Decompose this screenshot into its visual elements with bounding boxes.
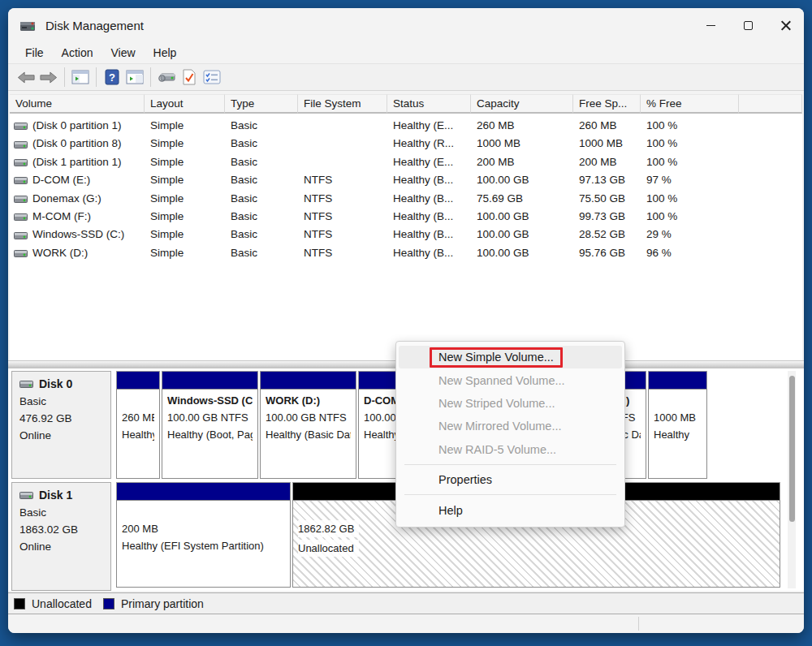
partition-status: Healthy (Boot, Page File, Crash Dump, Pr… — [167, 426, 253, 443]
column-header-layout[interactable]: Layout — [145, 94, 225, 114]
forward-icon — [40, 71, 58, 84]
vertical-scrollbar[interactable] — [788, 371, 796, 588]
table-row[interactable]: Donemax (G:) Simple Basic NTFS Healthy (… — [10, 190, 802, 208]
column-header-pct-free[interactable]: % Free — [641, 94, 739, 114]
menu-separator — [404, 494, 616, 495]
cell-blank — [739, 117, 802, 135]
cell-blank — [739, 208, 802, 226]
menu-item-new-mirrored-volume: New Mirrored Volume... — [399, 415, 622, 437]
cell-pct-free: 29 % — [641, 226, 739, 243]
close-button[interactable] — [767, 8, 804, 42]
table-row[interactable]: (Disk 0 partition 1) Simple Basic Health… — [10, 117, 802, 135]
table-row[interactable]: (Disk 1 partition 1) Simple Basic Health… — [10, 153, 802, 171]
cell-free-space: 1000 MB — [573, 135, 641, 153]
volume-icon — [14, 194, 28, 204]
cell-capacity: 1000 MB — [471, 135, 573, 153]
menu-item-label: New Striped Volume... — [438, 397, 555, 410]
menu-item-label: New Mirrored Volume... — [438, 420, 562, 433]
minimize-button[interactable] — [692, 8, 729, 42]
cell-capacity: 100.00 GB — [471, 208, 573, 226]
console-tree-button[interactable] — [69, 67, 92, 88]
partition-name: Windows-SSD (C:) — [167, 392, 253, 409]
action-pane-button[interactable] — [123, 67, 146, 88]
table-row[interactable]: WORK (D:) Simple Basic NTFS Healthy (B..… — [10, 244, 802, 262]
cell-free-space: 99.73 GB — [573, 208, 641, 226]
menu-item-new-simple-volume[interactable]: New Simple Volume... — [399, 346, 622, 368]
column-header-blank[interactable] — [739, 94, 802, 114]
cell-capacity: 200 MB — [471, 153, 573, 171]
disk-status: Online — [19, 427, 106, 444]
cell-layout: Simple — [145, 208, 225, 226]
action-pane-icon — [126, 70, 144, 84]
disk-view-button[interactable] — [155, 67, 178, 88]
table-row[interactable]: (Disk 0 partition 8) Simple Basic Health… — [10, 135, 802, 153]
menu-separator — [404, 464, 616, 465]
cell-blank — [739, 135, 802, 153]
disk1-label[interactable]: Disk 1 Basic 1863.02 GB Online — [11, 482, 111, 591]
title-bar[interactable]: Disk Management — [8, 8, 804, 42]
column-header-type[interactable]: Type — [225, 94, 298, 114]
cell-pct-free: 100 % — [641, 208, 739, 226]
menu-file[interactable]: File — [16, 44, 53, 62]
maximize-button[interactable] — [729, 8, 767, 42]
menu-item-help[interactable]: Help — [399, 498, 622, 521]
cell-free-space: 95.76 GB — [573, 244, 641, 262]
menu-view[interactable]: View — [102, 44, 144, 62]
partition-status: Healthy — [654, 426, 702, 443]
back-button[interactable] — [15, 67, 37, 88]
toolbar-separator — [64, 67, 65, 87]
forward-button[interactable] — [37, 67, 60, 88]
legend-label: Unallocated — [32, 597, 92, 610]
cell-type: Basic — [225, 153, 298, 171]
disk-name: Disk 1 — [39, 489, 72, 502]
menu-item-properties[interactable]: Properties — [399, 468, 622, 491]
cell-free-space: 260 MB — [573, 117, 641, 135]
menu-action[interactable]: Action — [53, 44, 102, 62]
check-document-button[interactable] — [178, 67, 201, 88]
column-header-volume[interactable]: Volume — [10, 94, 145, 114]
partition-name — [654, 392, 702, 409]
column-header-free-space[interactable]: Free Sp... — [573, 94, 641, 114]
partition-disk0-efi[interactable]: 260 MBHealthy (EFI System Partition) — [116, 371, 160, 479]
column-header-capacity[interactable]: Capacity — [471, 94, 573, 114]
cell-status: Healthy (B... — [387, 226, 471, 243]
cell-type: Basic — [225, 135, 298, 153]
primary-partition-bar — [116, 371, 160, 389]
volume-name: (Disk 0 partition 8) — [32, 135, 122, 153]
help-button[interactable]: ? — [101, 67, 123, 88]
cell-capacity: 75.69 GB — [471, 190, 573, 208]
scrollbar-thumb[interactable] — [789, 376, 795, 522]
menu-help[interactable]: Help — [145, 44, 186, 62]
check-document-icon — [182, 69, 197, 85]
disk-icon — [19, 379, 33, 389]
column-header-status[interactable]: Status — [387, 94, 471, 114]
checklist-button[interactable] — [201, 67, 223, 88]
volume-icon — [14, 121, 28, 131]
column-header-file-system[interactable]: File System — [298, 94, 387, 114]
back-icon — [17, 71, 35, 84]
partition-work[interactable]: WORK (D:)100.00 GB NTFSHealthy (Basic Da… — [260, 371, 356, 479]
volume-icon — [14, 230, 28, 240]
volume-list: Volume Layout Type File System Status Ca… — [10, 94, 802, 360]
partition-windows-ssd[interactable]: Windows-SSD (C:)100.00 GB NTFSHealthy (B… — [162, 371, 258, 479]
cell-capacity: 100.00 GB — [471, 244, 573, 262]
unallocated-swatch-icon — [14, 598, 25, 609]
legend-primary-partition: Primary partition — [103, 597, 204, 610]
table-row[interactable]: D-COM (E:) Simple Basic NTFS Healthy (B.… — [10, 171, 802, 189]
table-row[interactable]: Windows-SSD (C:) Simple Basic NTFS Healt… — [10, 226, 802, 243]
volume-icon — [14, 157, 28, 167]
partition-name — [122, 392, 154, 409]
primary-partition-bar — [116, 482, 291, 500]
partition-size: 200 MB — [122, 520, 285, 537]
cell-status: Healthy (B... — [387, 171, 471, 189]
partition-disk1-efi[interactable]: 200 MBHealthy (EFI System Partition) — [116, 482, 291, 588]
disk0-label[interactable]: Disk 0 Basic 476.92 GB Online — [11, 371, 111, 479]
menu-item-label: Help — [438, 504, 463, 517]
help-icon: ? — [105, 69, 119, 85]
cell-status: Healthy (R... — [387, 135, 471, 153]
table-row[interactable]: M-COM (F:) Simple Basic NTFS Healthy (B.… — [10, 208, 802, 226]
volume-icon — [14, 212, 28, 222]
partition-recovery[interactable]: 1000 MBHealthy — [648, 371, 707, 479]
volume-name: M-COM (F:) — [32, 208, 91, 226]
disk-icon — [19, 490, 33, 500]
